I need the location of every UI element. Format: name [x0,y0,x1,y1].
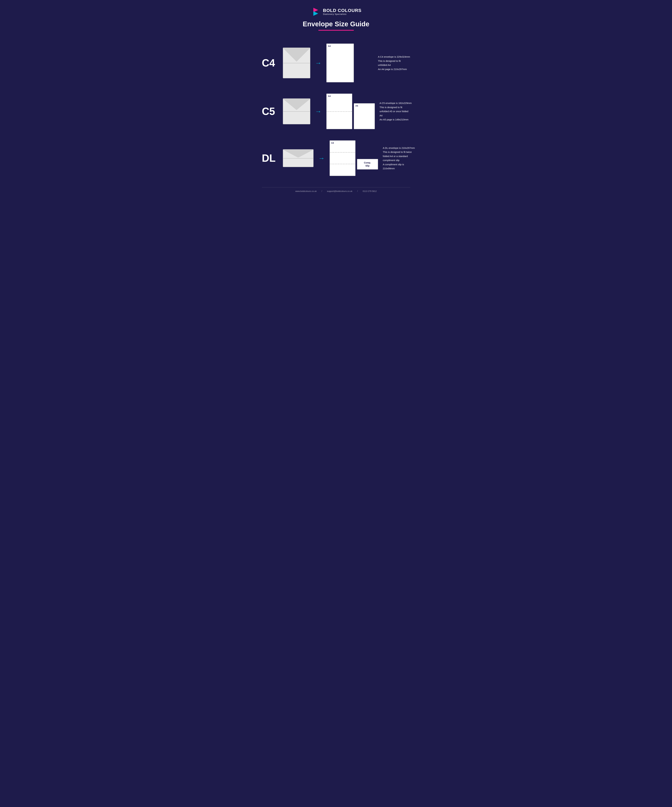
svg-marker-1 [313,11,318,16]
c5-a4-paper: A4 [326,94,352,129]
c4-section: C4 → A4 A C4 envelope is 229x324mm This … [262,43,410,82]
dl-arrow-icon: → [318,154,325,162]
logo-text: BOLD COLOURS Stationery Specialists [323,8,361,15]
c5-paper-container: A4 A5 [326,94,375,129]
c4-a4-label: A4 [328,45,331,47]
logo-area: BOLD COLOURS Stationery Specialists [310,7,361,17]
c5-flap [283,99,310,110]
c4-a4-paper: A4 [326,43,354,82]
dl-a4-label: A4 [331,142,334,144]
c4-label: C4 [262,57,283,69]
logo-brand: BOLD COLOURS [323,8,361,13]
dl-comp-paper: Comp.Slip [357,159,378,169]
c4-arrow-icon: → [315,60,321,66]
svg-marker-0 [313,8,318,12]
dl-a4-paper: A4 [329,140,356,176]
c4-envelope-shape [283,48,310,78]
c5-section: C5 → A4 A5 A C5 envelope is [262,94,410,129]
footer-website: www.boldcolours.co.uk [295,190,316,193]
title-underline [318,30,354,31]
c5-arrow-icon: → [315,108,321,115]
c4-description: A C4 envelope is 229x324mm This is desig… [378,55,410,71]
logo-subtitle: Stationery Specialists [323,13,361,15]
c5-description: A C5 envelope is 162x229mm This is desig… [380,101,412,122]
footer-email: support@boldcolours.co.uk [327,190,353,193]
c5-envelope-shape [283,98,310,124]
dl-diagram: → A4 Comp.Slip [283,140,378,176]
c5-a4-label: A4 [328,95,331,97]
dl-fold-line-2 [330,164,355,164]
c4-diagram: → A4 [283,43,373,82]
footer-divider-2: / [357,190,358,193]
c5-a5-paper: A5 [354,103,375,129]
dl-paper-container: A4 Comp.Slip [329,140,378,176]
c5-label: C5 [262,105,283,117]
c5-a5-label: A5 [356,105,358,107]
c4-paper-container: A4 [326,43,354,82]
dl-flap [283,149,313,158]
logo-icon [310,7,321,17]
dl-description: A DL envelope is 210x297mm This is desig… [383,146,415,171]
c5-fold-line [327,111,352,112]
dl-label: DL [262,152,283,164]
c4-flap [283,48,310,61]
footer: www.boldcolours.co.uk / support@boldcolo… [262,187,410,193]
dl-section: DL → A4 Comp.Slip [262,140,410,176]
dl-comp-label: Comp.Slip [364,161,371,167]
dl-envelope-shape [283,149,313,167]
header: BOLD COLOURS Stationery Specialists Enve… [262,7,410,39]
footer-divider-1: / [321,190,322,193]
page-title: Envelope Size Guide [303,20,369,28]
dl-fold-line-1 [330,152,355,153]
footer-phone: 0113 279 5812 [363,190,377,193]
page: BOLD COLOURS Stationery Specialists Enve… [255,0,417,197]
c5-diagram: → A4 A5 [283,94,375,129]
